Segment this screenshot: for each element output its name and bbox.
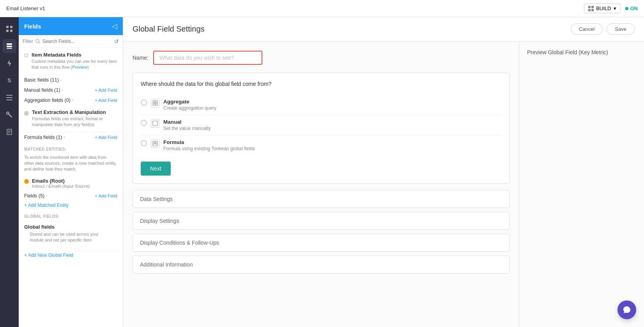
next-button[interactable]: Next: [141, 162, 171, 176]
add-manual-field-link[interactable]: + Add Field: [95, 88, 117, 92]
preview-link[interactable]: Preview: [72, 65, 87, 69]
svg-rect-13: [6, 97, 12, 98]
content-body: Name: Where should the data for this glo…: [123, 41, 644, 327]
data-settings-section[interactable]: Data Settings: [133, 190, 510, 208]
svg-rect-24: [156, 101, 157, 103]
status-badge: ON: [625, 5, 638, 11]
name-label: Name:: [133, 55, 149, 61]
aggregate-radio[interactable]: [141, 100, 147, 106]
svg-rect-30: [153, 144, 157, 146]
svg-line-16: [9, 114, 12, 117]
add-aggregation-field-link[interactable]: + Add Field: [95, 98, 117, 103]
text-extraction-desc: Formulas fields can extract, format or m…: [32, 116, 117, 128]
matched-entities-desc: To enrich the monitored item with data f…: [19, 153, 123, 176]
svg-rect-25: [153, 103, 155, 105]
text-extraction-section: ⊞ Text Extraction & Manipulation Formula…: [19, 105, 123, 132]
sidebar-icon-doc[interactable]: [2, 125, 16, 139]
manual-fields-label: Manual fields (1): [24, 87, 60, 93]
formula-radio[interactable]: [141, 140, 147, 146]
display-settings-section[interactable]: Display Settings: [133, 212, 510, 230]
manual-option[interactable]: Manual Set the value manually: [141, 115, 501, 135]
formula-option[interactable]: Formula Formula using existing Tonkean g…: [141, 135, 501, 155]
svg-rect-12: [6, 95, 12, 96]
add-entity-field-link[interactable]: + Add Field: [95, 194, 117, 198]
global-fields-section: Global fields Stored and can be used acr…: [19, 220, 123, 251]
svg-point-21: [36, 39, 39, 43]
status-label: ON: [630, 5, 638, 11]
main-content: Global Field Settings Cancel Save Name: …: [123, 17, 644, 327]
chevron-down-icon: ▾: [614, 5, 616, 11]
sidebar-icon-bolt[interactable]: [2, 56, 16, 70]
metadata-icon: ⊡: [24, 52, 28, 58]
svg-rect-2: [588, 9, 591, 11]
aggregate-icon: [151, 99, 159, 107]
add-global-field-link[interactable]: + Add New Global Field: [19, 251, 123, 259]
svg-rect-29: [156, 141, 157, 143]
manual-radio[interactable]: [141, 120, 147, 126]
fields-panel-title: Fields: [24, 23, 41, 30]
entity-fields-label: Fields (5): [24, 193, 44, 199]
content-header: Global Field Settings Cancel Save: [123, 17, 644, 41]
chat-icon: [623, 306, 631, 314]
formula-icon: [151, 139, 159, 148]
matched-entities-label: MATCHED ENTITIES:: [19, 142, 123, 153]
list-icon: [6, 95, 12, 100]
collapse-panel-button[interactable]: ◁: [112, 22, 117, 30]
svg-rect-5: [10, 26, 12, 28]
display-conditions-section[interactable]: Display Conditions & Follow-Ups: [133, 234, 510, 252]
metadata-title: Item Metadata Fields: [32, 52, 117, 58]
build-label: BUILD: [596, 5, 611, 11]
text-extraction-icon: ⊞: [24, 110, 29, 116]
formula-fields-row[interactable]: Formula fields (1) › + Add Field: [19, 132, 123, 142]
entity-fields-row[interactable]: Fields (5) › + Add Field: [19, 191, 123, 201]
app-title: Email Listener v1: [6, 5, 45, 11]
save-button[interactable]: Save: [607, 23, 635, 35]
layers-icon: [6, 43, 13, 50]
cancel-button[interactable]: Cancel: [571, 23, 603, 35]
basic-fields-row[interactable]: Basic fields (11) ›: [19, 75, 123, 85]
fields-panel-header: Fields ◁: [19, 17, 123, 35]
sidebar-icon-layers[interactable]: [2, 39, 16, 53]
filter-label: Filter: [23, 39, 33, 44]
global-fields-title: Global fields: [24, 224, 117, 230]
svg-rect-8: [7, 43, 12, 45]
refresh-icon[interactable]: ↺: [114, 38, 119, 44]
manual-title: Manual: [163, 119, 501, 125]
search-input[interactable]: [42, 39, 112, 44]
sidebar-icon-s[interactable]: S: [2, 73, 16, 87]
build-dropdown[interactable]: BUILD ▾: [584, 4, 620, 13]
svg-rect-0: [588, 6, 591, 8]
add-matched-entity-link[interactable]: + Add Matched Entity: [19, 201, 123, 210]
additional-info-section[interactable]: Additional Information: [133, 256, 510, 274]
preview-title: Preview Global Field (Key Metric): [527, 49, 636, 55]
svg-rect-14: [6, 100, 12, 100]
sidebar-icon-list[interactable]: [2, 91, 16, 105]
svg-rect-6: [6, 30, 9, 32]
center-panel: Name: Where should the data for this glo…: [123, 41, 519, 327]
data-source-card: Where should the data for this global fi…: [133, 73, 510, 184]
manual-icon: [151, 119, 159, 128]
global-fields-desc: Stored and can be used across your modul…: [24, 230, 117, 247]
wrench-icon: [6, 112, 12, 118]
manual-fields-row[interactable]: Manual fields (1) › + Add Field: [19, 85, 123, 95]
chat-bubble[interactable]: [617, 300, 636, 319]
aggregation-fields-row[interactable]: Aggregation fields (0) › + Add Field: [19, 95, 123, 105]
page-title: Global Field Settings: [133, 25, 205, 34]
name-input[interactable]: [153, 51, 262, 65]
main-layout: S Fields ◁: [0, 17, 644, 327]
entity-fields-chevron: ›: [46, 194, 47, 198]
sidebar-icon-wrench[interactable]: [2, 108, 16, 122]
text-extraction-title: Text Extraction & Manipulation: [32, 109, 117, 115]
svg-line-22: [39, 42, 40, 43]
sidebar-icon-grid[interactable]: [2, 22, 16, 36]
entity-sub: Inbox1 / Emails (Input Source): [32, 184, 90, 188]
aggregate-option[interactable]: Aggregate Create aggregation query: [141, 95, 501, 115]
svg-rect-27: [153, 121, 157, 126]
fields-panel: Fields ◁ Filter ↺ ⊡ Item Metadata Fields…: [19, 17, 123, 327]
svg-rect-4: [6, 26, 9, 28]
add-formula-field-link[interactable]: + Add Field: [95, 135, 117, 140]
data-settings-label: Data Settings: [140, 196, 173, 202]
display-conditions-label: Display Conditions & Follow-Ups: [140, 240, 219, 246]
svg-rect-7: [10, 30, 12, 32]
aggregate-title: Aggregate: [163, 99, 501, 105]
